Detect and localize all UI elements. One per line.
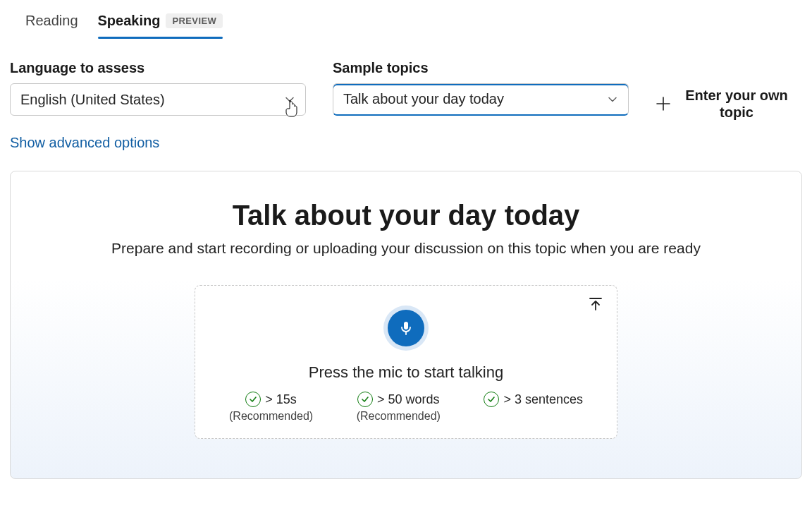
req-sentences-sub: [531, 410, 534, 423]
tabs: Reading Speaking PREVIEW: [25, 10, 802, 37]
tab-reading-label: Reading: [25, 13, 78, 29]
req-words: > 50 words (Recommended): [357, 392, 441, 423]
topics-field: Sample topics Talk about your day today: [333, 60, 629, 116]
tab-reading[interactable]: Reading: [25, 10, 78, 37]
show-advanced-options-link[interactable]: Show advanced options: [10, 135, 159, 151]
req-sentences: > 3 sentences: [484, 392, 583, 423]
topics-value: Talk about your day today: [343, 91, 504, 107]
plus-icon: [656, 96, 671, 111]
svg-rect-0: [404, 322, 408, 329]
chevron-down-icon: [607, 94, 618, 105]
req-words-text: > 50 words: [377, 392, 440, 407]
chevron-down-icon: [284, 94, 295, 105]
topic-card: Talk about your day today Prepare and st…: [10, 171, 802, 479]
language-label: Language to assess: [10, 60, 306, 76]
req-words-sub: (Recommended): [357, 410, 441, 423]
upload-icon: [587, 296, 604, 313]
enter-own-topic-button[interactable]: Enter your own topic: [656, 87, 789, 121]
req-duration-text: > 15s: [265, 392, 297, 407]
tab-speaking-label: Speaking: [98, 13, 161, 29]
microphone-icon: [398, 320, 414, 337]
mic-button[interactable]: [383, 306, 429, 351]
requirements-row: > 15s (Recommended) > 50 words (Recommen…: [209, 392, 603, 423]
language-select[interactable]: English (United States): [10, 83, 306, 116]
upload-button[interactable]: [587, 296, 604, 315]
press-mic-text: Press the mic to start talking: [209, 363, 603, 382]
tab-speaking[interactable]: Speaking PREVIEW: [98, 10, 223, 37]
language-value: English (United States): [20, 92, 165, 108]
mic-inner: [388, 310, 424, 346]
check-circle-icon: [245, 392, 261, 407]
language-field: Language to assess English (United State…: [10, 60, 306, 116]
topics-label: Sample topics: [333, 60, 629, 76]
check-circle-icon: [484, 392, 499, 407]
topic-title: Talk about your day today: [27, 200, 785, 231]
req-sentences-text: > 3 sentences: [503, 392, 583, 407]
preview-badge: PREVIEW: [166, 13, 223, 28]
req-duration-sub: (Recommended): [229, 410, 313, 423]
req-duration: > 15s (Recommended): [229, 392, 313, 423]
topic-subtitle: Prepare and start recording or uploading…: [27, 240, 785, 257]
topics-select[interactable]: Talk about your day today: [333, 83, 629, 116]
recorder-panel: Press the mic to start talking > 15s (Re…: [195, 285, 617, 439]
assessment-controls: Language to assess English (United State…: [10, 60, 802, 121]
enter-own-topic-label: Enter your own topic: [684, 87, 789, 121]
check-circle-icon: [357, 392, 373, 407]
